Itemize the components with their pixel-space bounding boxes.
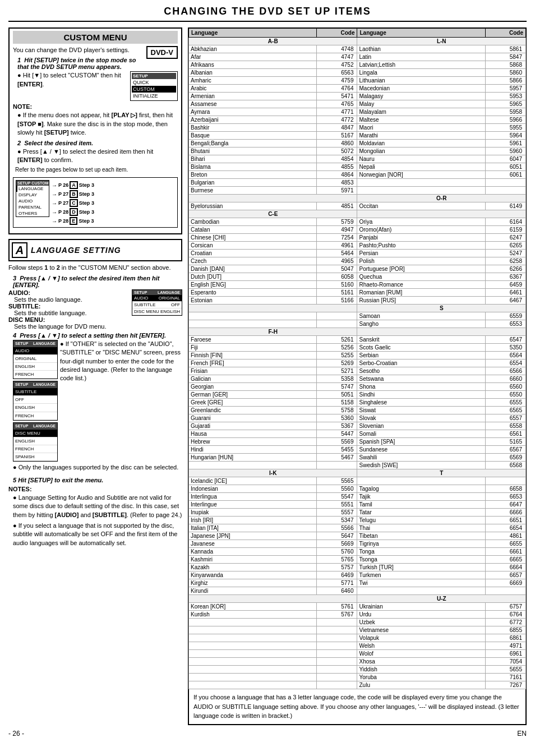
table-row: Catalan4947Oromo(Afan)6159	[189, 226, 526, 234]
do-discmenu: DISC MENU	[13, 430, 57, 437]
subtitle-other-header: SETUPLANGUAGE	[13, 381, 57, 388]
menu-quick: QUICK	[132, 79, 176, 86]
table-row: Assamese4765Malay5965	[189, 100, 526, 108]
nav-audio: AUDIO	[16, 198, 49, 204]
table-row: Zulu7267	[189, 681, 526, 689]
section-header-row: U-Z	[189, 595, 526, 603]
discmenu-other-header: SETUPLANGUAGE	[13, 423, 57, 430]
table-row: Yiddish5655	[189, 666, 526, 674]
bullet4a: SETUPLANGUAGE AUDIO ORIGINAL ENGLISH FRE…	[13, 340, 182, 462]
so-off: OFF	[13, 396, 57, 404]
table-row: Kazakh5757Turkish [TUR]6664	[189, 564, 526, 571]
table-row: Wolof6961	[189, 650, 526, 658]
page-footer: - 26 - EN	[8, 730, 527, 737]
table-row: Chinese [CHI]7254Panjabi6247	[189, 234, 526, 242]
section-header-row: F-H	[189, 328, 526, 336]
table-row: Frisian5271Sesotho6566	[189, 367, 526, 375]
table-row: Cambodian5759Oriya6164	[189, 218, 526, 226]
table-row: Kinyarwanda6469Turkmen6657	[189, 571, 526, 579]
table-row: Galician5358Setswana6660	[189, 375, 526, 383]
ls-subtitle: SUBTITLEOFF	[132, 302, 182, 308]
nav-arrow-e: → P 28 E Step 3	[52, 217, 94, 225]
table-row: Bhutani5072Mongolian5960	[189, 147, 526, 155]
nav-parental: PARENTAL	[16, 204, 49, 210]
so-english: ENGLISH	[13, 404, 57, 412]
table-row: Kannada5760Tonga6661	[189, 548, 526, 556]
table-row: Georgian5747Shona6560	[189, 383, 526, 391]
bullet2: ● Press [▲ / ▼] to select the desired it…	[17, 147, 178, 165]
col3-header: Language	[357, 29, 485, 38]
table-row: Greek [GRE]5158Singhalese6555	[189, 399, 526, 407]
table-row: Samoan6559	[189, 312, 526, 320]
menu-initialize: INITIALIZE	[132, 93, 176, 99]
table-row: Hungarian [HUN]5467Swahili6569	[189, 454, 526, 462]
table-row: Czech4965Polish6258	[189, 257, 526, 265]
table-row: Afar4747Latin5847	[189, 53, 526, 61]
step1-content: SETUP QUICK CUSTOM INITIALIZE ● Hit [▼] …	[13, 71, 178, 101]
table-row: Estonian5166Russian [RUS]6467	[189, 297, 526, 305]
main-layout: CUSTOM MENU DVD-V You can change the DVD…	[8, 27, 527, 725]
subtitle-other-screenshot: SETUPLANGUAGE SUBTITLE OFF ENGLISH FRENC…	[13, 381, 58, 421]
audio-other-header: SETUPLANGUAGE	[13, 340, 57, 347]
table-row: Burmese5971	[189, 187, 526, 195]
notes-header: NOTES:	[8, 486, 182, 492]
refer-text: Refer to the pages below to set up each …	[15, 166, 178, 174]
table-row: Korean [KOR]5761Ukrainian6757	[189, 603, 526, 611]
table-row: Hausa5447Somali6561	[189, 430, 526, 438]
ao-audio: AUDIO	[13, 347, 57, 355]
table-row: Kirundi6460	[189, 587, 526, 595]
table-row: Greenlandic5758Siswat6565	[189, 407, 526, 414]
nav-display: DISPLAY	[16, 192, 49, 198]
table-row: Kirghiz5771Twi6669	[189, 579, 526, 587]
bullet4a-text: ● If "OTHER" is selected on the "AUDIO",…	[60, 340, 182, 383]
nav-arrow-d: → P 28 D Step 3	[52, 208, 94, 216]
setup-menu-title: SETUP	[132, 73, 176, 79]
table-row: Hebrew5569Spanish [SPA]5165	[189, 438, 526, 446]
ls-audio: AUDIOORIGINAL	[132, 295, 182, 302]
section-a-box: A	[12, 242, 27, 258]
table-row: Javanese5669Tigrinya6655	[189, 540, 526, 548]
table-row: Aymara4771Malayalam5958	[189, 108, 526, 116]
table-row: Albanian6563Lingala5860	[189, 69, 526, 77]
table-row: Corsican4961Pashto;Pushto6265	[189, 242, 526, 250]
table-row: Breton4864Norwegian [NOR]6061	[189, 171, 526, 179]
table-row: Irish [IRI]5347Telugu6651	[189, 517, 526, 524]
table-row: Byelorussian4851Occitan6149	[189, 202, 526, 210]
step4: 4 Press [▲ / ▼] to select a setting then…	[13, 332, 182, 339]
table-row: Interlingue5551Tamil6647	[189, 501, 526, 509]
page: CHANGING THE DVD SET UP ITEMS CUSTOM MEN…	[0, 0, 535, 743]
table-row: Armenian5471Malagasy5953	[189, 93, 526, 100]
nav-others: OTHERS	[16, 210, 49, 216]
table-row: Sangho6553	[189, 320, 526, 328]
so-french: FRENCH	[13, 412, 57, 420]
table-row: Volapuk6861	[189, 634, 526, 642]
table-row: Croatian5464Persian5247	[189, 250, 526, 257]
nav-arrow-a: → P 26 A Step 3	[52, 181, 94, 189]
table-row: Danish [DAN]5047Portuguese [POR]6266	[189, 265, 526, 273]
custom-menu-box: CUSTOM MENU DVD-V You can change the DVD…	[8, 27, 182, 234]
nav-diagram: SETUPCUSTOM LANGUAGE DISPLAY AUDIO PAREN…	[13, 177, 178, 228]
nav-arrows: → P 26 A Step 3 → P 27 B Step 3 → P 27 C…	[52, 181, 94, 225]
ao-french: FRENCH	[13, 371, 57, 379]
table-row: Esperanto5161Romanian [RUM]6461	[189, 289, 526, 297]
step2: 2 Select the desired item.	[17, 140, 178, 146]
nav-arrow-c: → P 27 C Step 3	[52, 199, 94, 207]
page-title: CHANGING THE DVD SET UP ITEMS	[8, 6, 527, 22]
bottom-note2: ● If you select a language that is not s…	[13, 522, 182, 547]
section-header-row: C-E	[189, 210, 526, 218]
table-row: Indonesian5560Tagalog6658	[189, 485, 526, 493]
nav-language: LANGUAGE	[16, 186, 49, 192]
table-row: Fiji5256Scots Gaelic5350	[189, 344, 526, 352]
discmenu-other-screenshot: SETUPLANGUAGE DISC MENU ENGLISH FRENCH S…	[13, 422, 58, 462]
so-subtitle: SUBTITLE	[13, 388, 57, 396]
lang-setup-header: SETUPLANGUAGE	[132, 290, 182, 295]
setup-menu-screenshot: SETUP QUICK CUSTOM INITIALIZE	[130, 71, 178, 101]
follow-text: Follow steps 1 to 2 in the "CUSTOM MENU"…	[8, 264, 182, 272]
bottom-note1: ● Language Setting for Audio and Subtitl…	[13, 494, 182, 519]
table-row: Gujarati5367Slovenian6558	[189, 422, 526, 430]
menu-custom: CUSTOM	[132, 86, 176, 93]
dvd-badge: DVD-V	[146, 46, 178, 59]
table-row: Vietnamese6855	[189, 626, 526, 634]
table-row: Bihari4854Nauru6047	[189, 155, 526, 163]
audio-section: SETUPLANGUAGE AUDIOORIGINAL SUBTITLEOFF …	[8, 289, 182, 330]
